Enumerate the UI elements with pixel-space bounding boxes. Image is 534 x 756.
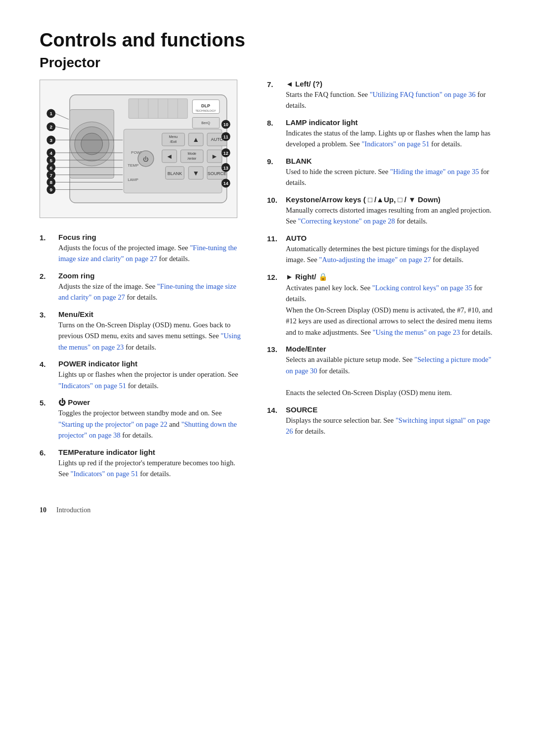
item-link-2[interactable]: "Using the menus" on page 23 — [373, 328, 460, 336]
item-text: Used to hide the screen picture. See "Hi… — [286, 166, 494, 188]
item-link[interactable]: "Using the menus" on page 23 — [58, 332, 241, 351]
svg-text:▲: ▲ — [192, 135, 199, 143]
item-content: ◄ Left/ (?) Starts the FAQ function. See… — [286, 80, 494, 111]
item-link[interactable]: "Fine-tuning the image size and clarity"… — [58, 282, 236, 301]
item-heading: TEMPerature indicator light — [58, 448, 247, 456]
svg-text:⏻: ⏻ — [143, 156, 149, 163]
item-number: 10. — [267, 195, 286, 227]
svg-text:14: 14 — [223, 181, 228, 186]
items-list-left: 1. Focus ring Adjusts the focus of the p… — [40, 233, 247, 480]
item-heading: AUTO — [286, 234, 494, 242]
list-item: 13. Mode/Enter Selects an available pict… — [267, 345, 494, 399]
item-link[interactable]: "Selecting a picture mode" on page 30 — [286, 356, 491, 374]
list-item: 9. BLANK Used to hide the screen picture… — [267, 157, 494, 188]
item-content: LAMP indicator light Indicates the statu… — [286, 118, 494, 150]
svg-text:/enter: /enter — [187, 157, 196, 160]
svg-text:TECHNOLOGY: TECHNOLOGY — [195, 109, 216, 112]
item-link[interactable]: "Indicators" on page 51 — [71, 470, 138, 478]
svg-text:Mode: Mode — [188, 152, 196, 155]
footer-page-number: 10 — [40, 506, 46, 514]
item-text: Toggles the projector between standby mo… — [58, 407, 247, 441]
svg-text:SOURCE: SOURCE — [208, 171, 226, 176]
item-content: Menu/Exit Turns on the On-Screen Display… — [58, 310, 247, 353]
svg-text:Menu: Menu — [169, 135, 178, 138]
item-number: 6. — [40, 448, 58, 480]
svg-line-70 — [55, 114, 69, 120]
item-link[interactable]: "Starting up the projector" on page 22 — [58, 420, 167, 428]
item-number: 11. — [267, 234, 286, 266]
content-area: DLP TECHNOLOGY BenQ POWER ⏻ TEMP LAMP Me… — [40, 80, 494, 487]
item-heading: Keystone/Arrow keys ( □ /▲Up, □ / ▼ Down… — [286, 195, 494, 204]
svg-text:10: 10 — [223, 122, 228, 127]
item-text: Lights up or flashes when the projector … — [58, 369, 247, 391]
section-subtitle: Projector — [40, 55, 494, 71]
item-content: Focus ring Adjusts the focus of the proj… — [58, 233, 247, 265]
item-link[interactable]: "Auto-adjusting the image" on page 27 — [319, 256, 431, 264]
list-item: 5. ⏻ Power Toggles the projector between… — [40, 398, 247, 441]
item-link[interactable]: "Fine-tuning the image size and clarity"… — [58, 244, 237, 263]
item-content: Zoom ring Adjusts the size of the image.… — [58, 271, 247, 303]
svg-text:BenQ: BenQ — [201, 121, 210, 125]
svg-line-71 — [55, 127, 69, 129]
svg-text:12: 12 — [223, 151, 228, 156]
svg-text:5: 5 — [50, 158, 53, 163]
item-heading: Menu/Exit — [58, 310, 247, 318]
item-heading: Mode/Enter — [286, 345, 494, 353]
svg-text:9: 9 — [50, 187, 53, 192]
item-heading: ◄ Left/ (?) — [286, 80, 494, 88]
item-content: TEMPerature indicator light Lights up re… — [58, 448, 247, 480]
item-content: ⏻ Power Toggles the projector between st… — [58, 398, 247, 441]
item-link[interactable]: "Utilizing FAQ function" on page 36 — [370, 90, 476, 98]
list-item: 1. Focus ring Adjusts the focus of the p… — [40, 233, 247, 265]
item-number: 9. — [267, 157, 286, 188]
item-heading: ► Right/ 🔒 — [286, 272, 494, 281]
footer-section-label: Introduction — [56, 506, 90, 514]
item-link[interactable]: "Locking control keys" on page 35 — [372, 284, 472, 292]
item-number: 8. — [267, 118, 286, 150]
svg-text:/Exit: /Exit — [170, 140, 177, 143]
item-number: 4. — [40, 359, 58, 391]
svg-text:2: 2 — [50, 124, 53, 130]
left-column: DLP TECHNOLOGY BenQ POWER ⏻ TEMP LAMP Me… — [40, 80, 247, 487]
item-content: Keystone/Arrow keys ( □ /▲Up, □ / ▼ Down… — [286, 195, 494, 227]
item-link[interactable]: "Indicators" on page 51 — [58, 382, 126, 390]
svg-text:7: 7 — [50, 173, 53, 178]
item-content: ► Right/ 🔒 Activates panel key lock. See… — [286, 272, 494, 338]
page-title: Controls and functions — [40, 30, 494, 51]
item-heading: BLANK — [286, 157, 494, 165]
svg-text:4: 4 — [50, 150, 53, 156]
item-number: 12. — [267, 272, 286, 338]
list-item: 11. AUTO Automatically determines the be… — [267, 234, 494, 266]
svg-text:AUTO: AUTO — [211, 137, 223, 142]
list-item: 14. SOURCE Displays the source selection… — [267, 405, 494, 437]
item-text: Automatically determines the best pictur… — [286, 243, 494, 266]
svg-text:◄: ◄ — [166, 152, 173, 160]
svg-text:8: 8 — [50, 179, 53, 185]
item-heading: Zoom ring — [58, 271, 247, 280]
item-link[interactable]: "Correcting keystone" on page 28 — [298, 217, 395, 225]
svg-text:BLANK: BLANK — [168, 171, 182, 176]
item-text: Turns on the On-Screen Display (OSD) men… — [58, 319, 247, 353]
item-number: 13. — [267, 345, 286, 399]
item-heading: ⏻ Power — [58, 398, 247, 406]
item-link[interactable]: "Switching input signal" on page 26 — [286, 416, 490, 435]
item-number: 5. — [40, 398, 58, 441]
items-list-right: 7. ◄ Left/ (?) Starts the FAQ function. … — [267, 80, 494, 437]
item-heading: SOURCE — [286, 405, 494, 414]
item-number: 14. — [267, 405, 286, 437]
item-link[interactable]: "Indicators" on page 51 — [361, 140, 429, 148]
item-number: 2. — [40, 271, 58, 303]
page-footer: 10 Introduction — [40, 506, 494, 514]
svg-text:TEMP: TEMP — [128, 163, 138, 168]
item-text: Adjusts the size of the image. See "Fine… — [58, 281, 247, 303]
item-content: AUTO Automatically determines the best p… — [286, 234, 494, 266]
svg-text:►: ► — [211, 152, 218, 160]
item-content: POWER indicator light Lights up or flash… — [58, 359, 247, 391]
item-content: SOURCE Displays the source selection bar… — [286, 405, 494, 437]
item-link[interactable]: "Hiding the image" on page 35 — [390, 168, 479, 176]
item-text: Activates panel key lock. See "Locking c… — [286, 282, 494, 338]
svg-text:▼: ▼ — [192, 169, 199, 177]
item-text: Lights up red if the projector's tempera… — [58, 457, 247, 480]
item-text: Starts the FAQ function. See "Utilizing … — [286, 89, 494, 111]
svg-text:3: 3 — [50, 137, 53, 143]
